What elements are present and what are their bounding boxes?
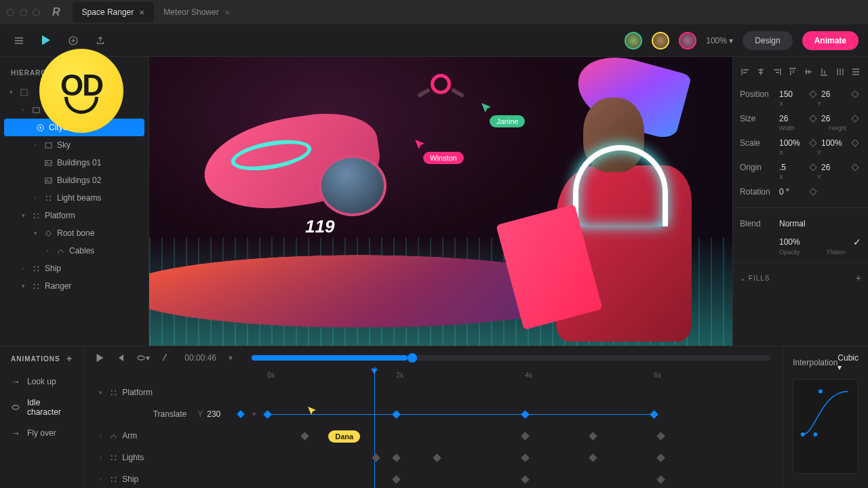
origin-y[interactable]: 26 <box>821 163 847 172</box>
tree-item-ranger[interactable]: ▾Ranger <box>0 277 149 295</box>
curve-icon[interactable]: 𝐼 <box>162 352 165 363</box>
align-left-icon[interactable] <box>740 66 751 77</box>
timeline-track-lights[interactable]: ›Lights <box>84 447 783 468</box>
size-w[interactable]: 26 <box>779 114 805 123</box>
animations-title: ANIMATIONS <box>11 355 60 363</box>
titlebar: R Space Ranger✕ Meteor Shower✕ <box>0 0 868 24</box>
keyframe-icon[interactable] <box>809 163 816 171</box>
interpolation-graph[interactable] <box>793 379 859 474</box>
tab-meteor-shower[interactable]: Meteor Shower✕ <box>154 2 239 22</box>
keyframe-icon[interactable] <box>809 139 816 146</box>
tree-item-cables[interactable]: ›Cables <box>0 242 149 260</box>
animate-button[interactable]: Animate <box>802 31 859 50</box>
prop-scale-label: Scale <box>740 138 774 148</box>
svg-point-29 <box>111 394 113 395</box>
align-right-icon[interactable] <box>772 66 783 77</box>
fills-title: FILLS <box>749 274 770 282</box>
brand-logo-overlay: OD <box>39 49 123 133</box>
collab-cursor-winston: Winston <box>415 140 464 164</box>
add-animation-icon[interactable]: + <box>66 353 73 364</box>
play-icon[interactable] <box>37 31 56 50</box>
timeline-ruler[interactable]: 0s2s4s6s <box>267 369 783 382</box>
scale-y[interactable]: 100% <box>821 138 847 148</box>
flatten-check-icon[interactable]: ✓ <box>853 237 861 247</box>
size-h[interactable]: 26 <box>821 114 847 123</box>
canvas[interactable]: 119 Janine Winston <box>149 57 732 346</box>
scale-x[interactable]: 100% <box>779 138 805 148</box>
svg-rect-2 <box>33 107 39 112</box>
blend-mode[interactable]: Normal <box>779 219 806 228</box>
svg-point-34 <box>115 459 116 460</box>
prop-origin-label: Origin <box>740 163 774 172</box>
prop-size-label: Size <box>740 114 774 123</box>
tree-item-root-bone[interactable]: ▾Root bone <box>0 224 149 242</box>
tree-item-buildings-01[interactable]: Buildings 01 <box>0 154 149 171</box>
animation-look-up[interactable]: →Look up <box>0 371 83 392</box>
close-icon[interactable]: ✕ <box>139 9 144 16</box>
timeline-track-platform[interactable]: ▾Platform <box>84 382 783 403</box>
window-controls[interactable] <box>7 9 40 16</box>
opacity-val[interactable]: 100% <box>779 237 805 247</box>
export-icon[interactable] <box>91 31 110 50</box>
play-icon[interactable] <box>96 354 104 362</box>
svg-point-36 <box>115 476 116 478</box>
avatar[interactable] <box>652 32 669 49</box>
menu-icon[interactable] <box>9 31 28 50</box>
keyframe-icon[interactable] <box>809 115 816 122</box>
chevron-down-icon[interactable]: ⌄ FILLS <box>740 274 770 282</box>
animation-idle-character[interactable]: Idle character <box>0 392 83 422</box>
origin-x[interactable]: .5 <box>779 163 805 172</box>
prop-blend-label: Blend <box>740 219 774 228</box>
distribute-v-icon[interactable] <box>850 66 861 77</box>
keyframe-icon[interactable] <box>851 139 859 146</box>
svg-rect-18 <box>45 230 51 236</box>
interpolation-mode[interactable]: Cubic ▾ <box>837 353 859 372</box>
svg-point-11 <box>50 195 51 197</box>
keyframe-icon[interactable] <box>809 90 816 98</box>
align-tools <box>740 64 861 85</box>
svg-point-26 <box>37 287 39 289</box>
tree-item-light-beams[interactable]: ›Light beams <box>0 189 149 207</box>
position-x[interactable]: 150 <box>779 89 805 99</box>
svg-point-35 <box>111 476 113 478</box>
design-button[interactable]: Design <box>743 31 792 50</box>
tree-item-ship[interactable]: ›Ship <box>0 260 149 277</box>
rotation-val[interactable]: 0 ° <box>779 187 805 197</box>
tab-space-ranger[interactable]: Space Ranger✕ <box>73 2 155 22</box>
rewind-icon[interactable] <box>116 354 124 362</box>
avatar[interactable] <box>679 32 696 49</box>
timeline-track-arm[interactable]: ›ArmDana <box>84 425 783 447</box>
timeline-scrubber[interactable] <box>252 355 770 361</box>
position-y[interactable]: 26 <box>821 89 847 99</box>
add-icon[interactable] <box>64 31 83 50</box>
svg-point-10 <box>45 195 47 197</box>
timeline-track-ship[interactable]: ›Ship <box>84 468 783 488</box>
align-bottom-icon[interactable] <box>818 66 829 77</box>
svg-point-30 <box>115 394 116 395</box>
svg-rect-1 <box>20 89 26 95</box>
animation-fly-over[interactable]: →Fly over <box>0 422 83 444</box>
svg-point-40 <box>814 432 818 436</box>
inspector-panel: Position15026 XY Size2626 WidthHeight Sc… <box>732 57 868 346</box>
tree-item-sky[interactable]: ›Sky <box>0 136 149 154</box>
loop-icon[interactable]: ▾ <box>136 353 150 363</box>
zoom-level[interactable]: 100% ▾ <box>706 36 733 45</box>
svg-point-15 <box>37 213 39 214</box>
align-center-h-icon[interactable] <box>755 66 766 77</box>
tree-item-buildings-02[interactable]: Buildings 02 <box>0 171 149 189</box>
keyframe-icon[interactable] <box>851 163 859 171</box>
align-middle-icon[interactable] <box>803 66 814 77</box>
tree-item-platform[interactable]: ▾Platform <box>0 207 149 224</box>
translate-y-input[interactable] <box>207 409 234 419</box>
timeline-track-translate[interactable]: TranslateY+ <box>84 403 783 425</box>
keyframe-icon[interactable] <box>851 90 859 98</box>
keyframe-icon[interactable] <box>809 188 816 195</box>
svg-point-12 <box>45 199 47 201</box>
distribute-h-icon[interactable] <box>835 66 846 77</box>
add-fill-icon[interactable]: + <box>856 272 861 283</box>
svg-point-24 <box>37 283 39 285</box>
close-icon[interactable]: ✕ <box>224 9 230 16</box>
align-top-icon[interactable] <box>787 66 798 77</box>
avatar[interactable] <box>625 32 642 49</box>
keyframe-icon[interactable] <box>851 115 859 122</box>
